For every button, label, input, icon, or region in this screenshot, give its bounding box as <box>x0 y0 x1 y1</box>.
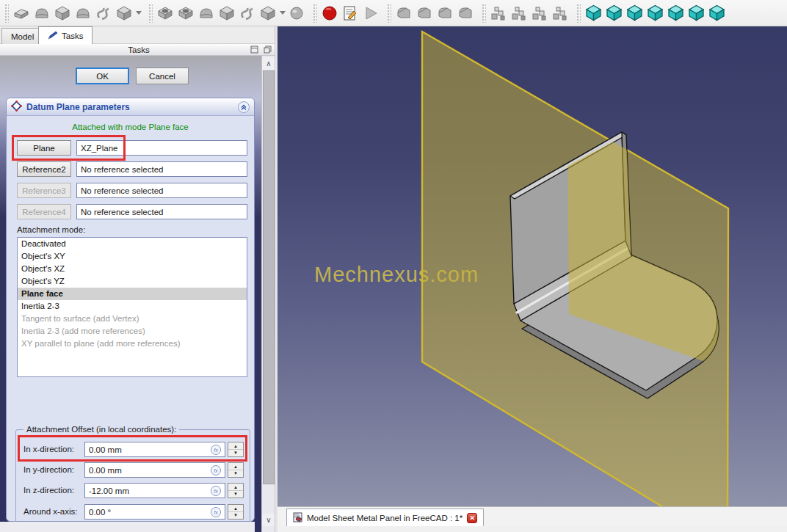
reference2-field[interactable]: No reference selected <box>76 161 247 177</box>
offset-value: 0.00 mm <box>89 445 122 454</box>
attachment-mode-item: Tangent to surface (add Vertex) <box>18 313 247 325</box>
offset-value-input[interactable]: 0.00 °fx <box>84 504 225 520</box>
additive-helix-icon <box>93 3 114 23</box>
toolbar-drag-handle[interactable] <box>482 4 486 23</box>
view-axonometric-icon[interactable] <box>583 3 603 23</box>
document-icon <box>293 512 302 524</box>
subtractive-pipe-icon <box>237 3 258 23</box>
expression-fx-icon[interactable]: fx <box>211 465 221 475</box>
additive-loft-icon <box>52 3 73 23</box>
view-right-icon[interactable] <box>645 3 665 23</box>
toolbar-drag-handle[interactable] <box>576 4 581 23</box>
mirrored-icon <box>488 3 509 23</box>
view-rear-icon[interactable] <box>665 3 686 23</box>
additive-pipe-icon <box>73 3 93 23</box>
scrollbar-thumb[interactable] <box>263 70 275 484</box>
spin-down-icon[interactable]: ▼ <box>228 490 243 498</box>
view-top-icon[interactable] <box>624 3 645 23</box>
toolbar-drag-handle[interactable] <box>313 4 317 23</box>
view-front-icon[interactable] <box>603 3 624 23</box>
attachment-mode-item[interactable]: Plane face <box>18 288 247 300</box>
scrollbar-up-arrow[interactable]: ∧ <box>262 57 275 70</box>
tab-model[interactable]: Model <box>1 28 43 44</box>
expression-fx-icon[interactable]: fx <box>211 486 221 496</box>
tab-tasks[interactable]: Tasks <box>38 26 93 44</box>
main-toolbar <box>0 0 787 26</box>
section-title: Datum Plane parameters <box>26 102 130 112</box>
spin-down-icon[interactable]: ▼ <box>228 449 243 456</box>
close-document-icon[interactable]: ✕ <box>467 513 477 523</box>
section-header[interactable]: Datum Plane parameters <box>7 98 254 116</box>
cancel-button[interactable]: Cancel <box>136 68 189 84</box>
spin-down-icon[interactable]: ▼ <box>228 470 243 477</box>
document-tabbar: Model Sheet Metal Panel in FreeCAD : 1* … <box>278 506 787 526</box>
reference3-field[interactable]: No reference selected <box>76 183 247 198</box>
freecad-window: Model Tasks Tasks OK Cancel <box>0 0 787 532</box>
offset-row: In z-direction:-12.00 mmfx▲▼ <box>16 483 250 498</box>
value-spinner[interactable]: ▲▼ <box>228 442 244 457</box>
datum-plane-section: Datum Plane parameters Attached with mod… <box>6 98 255 522</box>
multitransform-icon <box>550 3 570 23</box>
datum-plane-icon <box>11 101 22 114</box>
attachment-mode-list[interactable]: DeactivatedObject's XYObject's XZObject'… <box>17 237 247 377</box>
macro-edit-icon[interactable] <box>340 3 360 23</box>
attachment-mode-item[interactable]: Deactivated <box>18 238 247 250</box>
expression-fx-icon[interactable]: fx <box>211 507 221 517</box>
view-bottom-icon[interactable] <box>686 3 706 23</box>
offset-value-input[interactable]: 0.00 mmfx <box>84 462 225 478</box>
toolbar-drag-handle[interactable] <box>4 4 9 23</box>
panel-scrollbar[interactable]: ∧ ∨ <box>261 56 275 532</box>
offset-value: 0.00 mm <box>89 466 122 475</box>
scrollbar-down-arrow[interactable]: ∨ <box>262 514 275 526</box>
plane-button[interactable]: Plane <box>17 140 71 156</box>
reference-row-reference4: Reference4No reference selected <box>7 204 254 219</box>
ok-button[interactable]: OK <box>76 68 129 84</box>
view-left-icon[interactable] <box>706 3 727 23</box>
toolbar-group-dressup <box>382 0 477 26</box>
attachment-mode-item[interactable]: Object's XY <box>18 250 247 263</box>
attachment-mode-item[interactable]: Inertia 2-3 <box>18 300 247 313</box>
offset-row-label: In y-direction: <box>23 465 74 474</box>
toolbar-drag-handle[interactable] <box>387 4 391 23</box>
combo-view-tabbar: Model Tasks <box>0 26 278 44</box>
collapse-section-button[interactable] <box>238 101 250 113</box>
offset-value-input[interactable]: -12.00 mmfx <box>84 483 225 498</box>
pocket-icon <box>155 3 175 23</box>
3d-scene[interactable] <box>278 26 787 506</box>
value-spinner[interactable]: ▲▼ <box>228 483 244 498</box>
reference4-field[interactable]: No reference selected <box>76 204 247 219</box>
subtractive-box-icon <box>258 3 278 23</box>
expression-fx-icon[interactable]: fx <box>211 445 221 455</box>
value-spinner[interactable]: ▲▼ <box>228 462 244 478</box>
attachment-mode-item[interactable]: Object's YZ <box>18 275 247 288</box>
offset-row-label: In x-direction: <box>23 445 74 453</box>
plane-field[interactable]: XZ_Plane <box>76 140 247 156</box>
subtractive-loft-icon <box>217 3 237 23</box>
offset-value: 0.00 ° <box>89 508 111 517</box>
document-tab[interactable]: Model Sheet Metal Panel in FreeCAD : 1* … <box>286 509 484 527</box>
tasks-panel-titlebar[interactable]: Tasks <box>0 44 278 56</box>
value-spinner[interactable]: ▲▼ <box>228 504 244 520</box>
attachment-mode-item: XY parallel to plane (add more reference… <box>18 338 247 350</box>
attachment-mode-item[interactable]: Object's XZ <box>18 263 247 275</box>
macro-play-icon <box>360 3 381 23</box>
dock-panel-icon[interactable] <box>250 45 258 54</box>
attachment-mode-item: Inertia 2-3 (add more references) <box>18 325 247 338</box>
reference-row-plane: PlaneXZ_Plane <box>7 140 254 156</box>
toolbar-drag-handle[interactable] <box>148 4 153 23</box>
attachment-offset-group: Attachment Offset (in local coordinates)… <box>15 429 250 532</box>
spin-down-icon[interactable]: ▼ <box>228 511 243 519</box>
reference-row-reference2: Reference2No reference selected <box>7 161 254 177</box>
macro-record-icon[interactable] <box>319 3 340 23</box>
reference3-button: Reference3 <box>17 183 71 198</box>
offset-value-input[interactable]: 0.00 mmfx <box>84 442 225 457</box>
3d-viewport[interactable]: Mechnexus.com <box>278 26 787 506</box>
reference2-button[interactable]: Reference2 <box>17 161 71 177</box>
attachment-mode-label: Attachment mode: <box>17 225 85 234</box>
thickness-icon <box>455 3 476 23</box>
pad-icon <box>11 3 32 23</box>
toolbar-group-partdesign-additive <box>0 0 144 26</box>
float-panel-icon[interactable] <box>264 45 272 54</box>
linear-pattern-icon <box>509 3 529 23</box>
document-tab-label: Model Sheet Metal Panel in FreeCAD : 1* <box>307 514 463 522</box>
